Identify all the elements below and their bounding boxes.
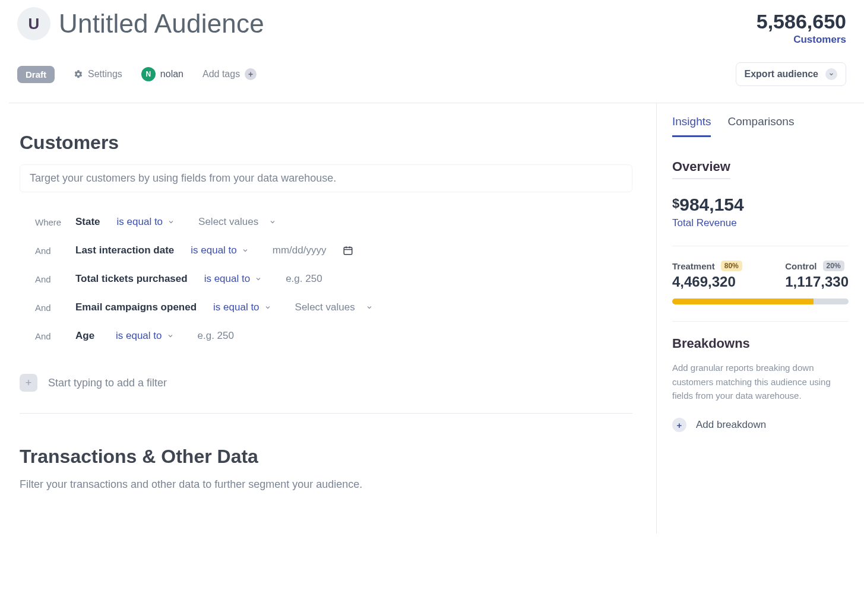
customers-section-title: Customers bbox=[20, 132, 632, 154]
control-pct-badge: 20% bbox=[823, 261, 844, 271]
filter-operator-select[interactable]: is equal to bbox=[117, 216, 175, 228]
filter-value-select[interactable]: Select values bbox=[198, 216, 276, 228]
filter-operator-select[interactable]: is equal to bbox=[204, 273, 262, 285]
divider bbox=[672, 246, 849, 246]
filter-operator-select[interactable]: is equal to bbox=[116, 330, 174, 342]
owner-chip[interactable]: N nolan bbox=[141, 67, 183, 81]
add-tags-label: Add tags bbox=[202, 69, 240, 80]
treatment-label: Treatment bbox=[672, 261, 715, 271]
export-audience-button[interactable]: Export audience bbox=[736, 62, 846, 86]
control-value: 1,117,330 bbox=[785, 274, 849, 290]
add-filter-button[interactable]: + Start typing to add a filter bbox=[20, 367, 632, 407]
audience-icon: U bbox=[17, 7, 50, 40]
chevron-down-icon bbox=[825, 68, 837, 80]
filter-row: AndAgeis equal toe.g. 250 bbox=[35, 322, 632, 350]
add-tags-button[interactable]: Add tags + bbox=[202, 68, 257, 80]
add-filter-label: Start typing to add a filter bbox=[48, 377, 167, 389]
total-revenue-label: Total Revenue bbox=[672, 217, 849, 229]
filter-row: WhereStateis equal toSelect values bbox=[35, 208, 632, 236]
settings-label: Settings bbox=[88, 69, 122, 80]
tab-comparisons[interactable]: Comparisons bbox=[727, 115, 794, 137]
add-breakdown-button[interactable]: + Add breakdown bbox=[672, 418, 849, 432]
filter-value-input[interactable]: e.g. 250 bbox=[286, 273, 322, 285]
customers-description: Target your customers by using fields fr… bbox=[20, 164, 632, 192]
filter-field[interactable]: Email campaigns opened bbox=[75, 301, 197, 313]
treatment-value: 4,469,320 bbox=[672, 274, 742, 290]
total-revenue-value: $984,154 bbox=[672, 196, 849, 214]
plus-icon: + bbox=[20, 374, 37, 392]
filter-operator-select[interactable]: is equal to bbox=[213, 301, 271, 313]
owner-name: nolan bbox=[160, 69, 183, 80]
divider bbox=[20, 413, 632, 414]
filter-field[interactable]: Total tickets purchased bbox=[75, 273, 188, 285]
split-progress-bar bbox=[672, 299, 849, 304]
avatar: N bbox=[141, 67, 156, 81]
filter-prefix: And bbox=[35, 274, 65, 284]
svg-rect-0 bbox=[344, 247, 353, 255]
breakdowns-heading: Breakdowns bbox=[672, 336, 849, 351]
customer-count-value: 5,586,650 bbox=[757, 11, 846, 33]
export-label: Export audience bbox=[745, 69, 818, 80]
page-title: Untitled Audience bbox=[59, 9, 264, 39]
transactions-section-title: Transactions & Other Data bbox=[20, 446, 632, 468]
plus-icon: + bbox=[672, 418, 686, 432]
gear-icon bbox=[74, 69, 83, 79]
filter-value-select[interactable]: Select values bbox=[295, 301, 373, 313]
filter-prefix: And bbox=[35, 303, 65, 313]
customer-count-label: Customers bbox=[757, 34, 846, 46]
filter-row: AndEmail campaigns openedis equal toSele… bbox=[35, 293, 632, 322]
calendar-icon[interactable] bbox=[343, 245, 353, 256]
filter-date-input[interactable]: mm/dd/yyyy bbox=[273, 245, 327, 256]
filter-row: AndLast interaction dateis equal tomm/dd… bbox=[35, 236, 632, 265]
plus-icon: + bbox=[245, 68, 257, 80]
overview-heading: Overview bbox=[672, 159, 730, 179]
add-breakdown-label: Add breakdown bbox=[696, 419, 766, 431]
tab-insights[interactable]: Insights bbox=[672, 115, 711, 137]
filter-field[interactable]: State bbox=[75, 216, 100, 228]
transactions-description: Filter your transactions and other data … bbox=[20, 478, 632, 491]
filter-prefix: And bbox=[35, 331, 65, 341]
divider bbox=[672, 321, 849, 322]
split-progress-fill bbox=[672, 299, 814, 304]
filter-row: AndTotal tickets purchasedis equal toe.g… bbox=[35, 265, 632, 293]
breakdowns-description: Add granular reports breaking down custo… bbox=[672, 361, 849, 402]
control-label: Control bbox=[785, 261, 816, 271]
filter-prefix: And bbox=[35, 246, 65, 256]
settings-button[interactable]: Settings bbox=[74, 69, 122, 80]
filter-operator-select[interactable]: is equal to bbox=[191, 245, 249, 256]
treatment-pct-badge: 80% bbox=[721, 261, 742, 271]
draft-badge: Draft bbox=[17, 66, 55, 83]
filter-value-input[interactable]: e.g. 250 bbox=[198, 330, 234, 342]
filter-prefix: Where bbox=[35, 217, 65, 227]
filter-field[interactable]: Last interaction date bbox=[75, 245, 174, 256]
filter-field[interactable]: Age bbox=[75, 330, 99, 342]
